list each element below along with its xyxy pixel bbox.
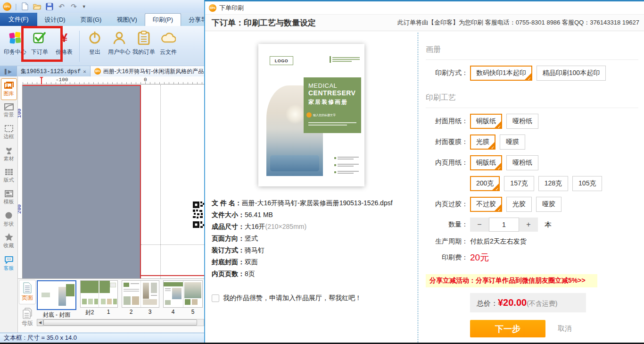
option-label: 内页用纸： bbox=[426, 159, 468, 167]
option-matte-film[interactable]: 哑膜 bbox=[500, 134, 525, 150]
user-center-button[interactable]: 用户中心 bbox=[107, 30, 132, 56]
thumbnail-spread-4[interactable]: 4 5 bbox=[163, 280, 203, 315]
quantity-stepper: − + bbox=[470, 218, 538, 232]
quantity-row: 数量： − + 本 bbox=[426, 218, 644, 232]
option-premium-print[interactable]: 精品印刷100本起印 bbox=[537, 66, 606, 81]
sidebar-label: 客服 bbox=[4, 265, 14, 272]
option-matte-paper[interactable]: 哑粉纸 bbox=[506, 114, 538, 129]
pages-mode-button[interactable]: 页面 bbox=[19, 280, 36, 304]
menu-tab-design[interactable]: 设计(D) bbox=[37, 14, 73, 26]
doc-tab-1[interactable]: 集190513-1125.dpsf ✕ bbox=[17, 66, 91, 76]
option-inner-coated[interactable]: 铜版纸 bbox=[470, 155, 502, 170]
place-order-button[interactable]: 下订单 bbox=[27, 30, 52, 56]
quick-access-toolbar: DPS | ↶ ↷ ▼ bbox=[0, 0, 204, 13]
print-mode-row: 印刷方式： 数码快印1本起印 精品印刷100本起印 bbox=[426, 66, 644, 81]
my-orders-button[interactable]: 我的订单 bbox=[132, 30, 156, 56]
showcase-opt-in[interactable]: 我的作品很赞，申请加入作品展厅，帮我红吧！ bbox=[212, 294, 362, 302]
cycle-label: 生产周期： bbox=[426, 237, 468, 246]
file-info-list: 文 件 名：画册-大16开骑马钉-家居装修画册190513-1526.dpsf … bbox=[212, 199, 418, 278]
sidebar-item-shape[interactable]: 形状 bbox=[1, 209, 17, 230]
sidebar-item-template[interactable]: 模板 bbox=[1, 187, 17, 209]
total-value: ¥20.00 bbox=[498, 297, 527, 308]
preview-bullet-list bbox=[334, 156, 359, 178]
cancel-button[interactable]: 取消 bbox=[558, 324, 572, 333]
cover-lamination-row: 封面覆膜： 光膜 哑膜 bbox=[426, 134, 644, 150]
page-edge-guide bbox=[140, 85, 141, 278]
expand-panel-icon[interactable]: ▌▶ bbox=[0, 66, 17, 76]
cloud-files-button[interactable]: 云文件 bbox=[156, 30, 181, 56]
option-gloss-lamination[interactable]: 光胶 bbox=[506, 197, 532, 212]
new-document-icon[interactable] bbox=[21, 2, 29, 11]
price-list-icon: ¥ bbox=[61, 30, 67, 46]
service-info: 此订单将由【金印客】为您印刷 客服电话：0755-8301 8986 客服QQ：… bbox=[397, 18, 639, 27]
menu-tab-bar: 文件(F) 设计(D) 页面(G) 视图(V) 印刷(P) 分享导出 bbox=[0, 13, 204, 26]
horizontal-guide bbox=[141, 244, 204, 245]
option-128g[interactable]: 128克 bbox=[538, 176, 568, 191]
sidebar-label: 图库 bbox=[4, 90, 14, 97]
option-inner-matte[interactable]: 哑粉纸 bbox=[506, 155, 538, 170]
menu-tab-view[interactable]: 视图(V) bbox=[109, 14, 144, 26]
quantity-plus-button[interactable]: + bbox=[519, 218, 538, 232]
cover-paper-row: 封面用纸： 铜版纸 哑粉纸 bbox=[426, 114, 644, 129]
option-gloss-film[interactable]: 光膜 bbox=[470, 134, 495, 150]
next-step-button[interactable]: 下一步 bbox=[470, 320, 545, 337]
doc-tab-2[interactable]: DPS 画册-大16开骑马钉-休闲清新风格的产品画 bbox=[91, 66, 204, 76]
redo-icon[interactable]: ↷ bbox=[70, 2, 78, 11]
print-center-button[interactable]: 印务中心 bbox=[3, 30, 27, 56]
sidebar-item-material[interactable]: 素材 bbox=[1, 143, 17, 165]
quantity-minus-button[interactable]: − bbox=[470, 218, 489, 232]
open-folder-icon[interactable] bbox=[33, 2, 41, 11]
showcase-checkbox[interactable] bbox=[212, 294, 219, 302]
total-price-bar: 总价： ¥20.00 (不含运费) bbox=[470, 293, 586, 312]
share-promo-banner[interactable]: 分享立减活动：分享订单作品到微信朋友圈立减5%>> bbox=[426, 274, 597, 287]
dialog-actions: 下一步 取消 bbox=[470, 320, 644, 337]
option-200g[interactable]: 200克 bbox=[470, 176, 500, 191]
thumbnail-cover-spread[interactable]: 封底 - 封面 bbox=[37, 280, 76, 319]
thumbnail-scrollbar[interactable]: ◀ bbox=[37, 319, 204, 326]
pasteboard[interactable] bbox=[23, 85, 140, 278]
dialog-titlebar[interactable]: DPS 下单印刷 bbox=[205, 1, 644, 14]
design-canvas[interactable]: -100 0 100 200 bbox=[18, 76, 204, 278]
sidebar-item-customer-service[interactable]: 客服 bbox=[1, 253, 17, 275]
thumbnail-caption: 封2 bbox=[80, 309, 99, 317]
logout-button[interactable]: 登出 bbox=[83, 30, 107, 56]
menu-tab-file[interactable]: 文件(F) bbox=[0, 13, 37, 26]
grid-icon bbox=[5, 168, 13, 176]
divider bbox=[79, 31, 80, 62]
option-105g[interactable]: 105克 bbox=[572, 176, 602, 191]
quantity-input[interactable] bbox=[489, 218, 519, 232]
print-center-icon bbox=[8, 30, 22, 46]
file-info-row: 文 件 名：画册-大16开骑马钉-家居装修画册190513-1526.dpsf bbox=[212, 199, 418, 207]
sidebar-item-gallery[interactable]: 图库 bbox=[1, 78, 17, 100]
menu-tab-page[interactable]: 页面(G) bbox=[73, 14, 109, 26]
scrollbar-track[interactable] bbox=[43, 319, 204, 326]
close-tab-icon[interactable]: ✕ bbox=[83, 68, 86, 75]
sidebar-item-background[interactable]: 背景 bbox=[1, 100, 17, 122]
preview-title-en1: MEDICAL bbox=[308, 82, 357, 89]
thumbnail-caption: 封底 - 封面 bbox=[37, 311, 76, 319]
thumbnail-spread-2[interactable]: 封2 1 bbox=[80, 280, 118, 317]
scrollbar-thumb[interactable] bbox=[43, 319, 197, 326]
thumbnail-spread-3[interactable]: 2 3 bbox=[122, 280, 159, 315]
total-label: 总价： bbox=[477, 299, 498, 308]
master-mode-button[interactable]: 母版 bbox=[19, 305, 36, 330]
undo-icon[interactable]: ↶ bbox=[58, 2, 66, 11]
option-157g[interactable]: 157克 bbox=[504, 176, 534, 191]
toolbar-options-icon[interactable]: ▼ bbox=[82, 4, 86, 9]
scroll-left-icon[interactable]: ◀ bbox=[37, 319, 43, 326]
menu-tab-print[interactable]: 印刷(P) bbox=[145, 13, 181, 26]
dialog-title: 下单印刷 bbox=[219, 4, 244, 12]
option-no-lamination[interactable]: 不过胶 bbox=[470, 197, 502, 212]
ruler-label: 200 bbox=[18, 204, 22, 214]
sidebar-item-favorites[interactable]: 收藏 bbox=[1, 230, 17, 252]
option-digital-print[interactable]: 数码快印1本起印 bbox=[470, 66, 532, 81]
sidebar-item-border[interactable]: 边框 bbox=[1, 122, 17, 143]
sidebar-item-layout[interactable]: 版式 bbox=[1, 165, 17, 187]
option-matte-lamination[interactable]: 哑胶 bbox=[536, 197, 561, 212]
price-list-button[interactable]: ¥ 价格表 bbox=[52, 30, 76, 56]
pages-panel: 页面 母版 封底 - 封面 bbox=[18, 278, 204, 333]
ruler-label: -100 bbox=[56, 77, 68, 83]
option-coated-paper[interactable]: 铜版纸 bbox=[470, 114, 502, 129]
save-icon[interactable] bbox=[45, 2, 54, 11]
logout-power-icon bbox=[88, 30, 101, 46]
